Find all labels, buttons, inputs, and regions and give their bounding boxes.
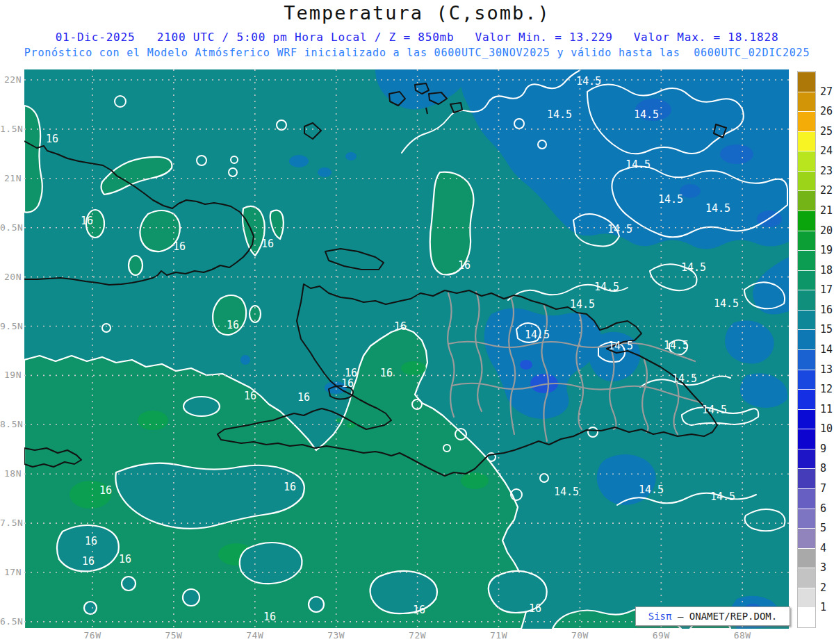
y-axis-tick-label: 21N [0, 173, 22, 183]
x-axis-tick-label: 75W [154, 630, 193, 641]
colorbar-cell [798, 607, 815, 627]
contour-label-14-5: 14.5 [626, 158, 651, 171]
branding-sis: Sis [648, 611, 666, 622]
colorbar-cell [798, 270, 815, 290]
colorbar-tick-label: 25 [820, 125, 834, 138]
contour-label-16: 16 [46, 133, 58, 145]
x-axis-tick-label: 73W [317, 630, 356, 641]
branding-badge: Sisπ – ONAMET/REP.DOM. [635, 606, 790, 626]
colorbar-cell [798, 151, 815, 171]
pi-icon: π [666, 611, 671, 622]
colorbar-cell [798, 190, 815, 210]
contour-label-16: 16 [413, 604, 425, 616]
y-axis-tick-label: 18N [0, 468, 22, 479]
contour-label-16: 16 [263, 611, 276, 623]
colorbar-cell [798, 131, 815, 151]
colorbar-tick-label: 7 [820, 482, 834, 495]
colorbar-cell [798, 72, 815, 92]
colorbar-tick-label: 10 [820, 422, 834, 435]
colorbar-cell [798, 171, 815, 191]
contour-label-14-5: 14.5 [714, 297, 739, 310]
weather-map-page: Temperatura (C,somb.) 01-Dic-2025 2100 U… [0, 0, 834, 644]
y-axis-tick-label: 9.5N [0, 321, 22, 331]
colorbar-tick-label: 22 [820, 184, 834, 197]
subtitle-forecast-info: Pronóstico con el Modelo Atmósferico WRF… [0, 47, 834, 59]
contour-label-14-5: 14.5 [554, 486, 579, 498]
contour-label-16: 16 [81, 215, 93, 227]
colorbar-cell [798, 528, 815, 548]
subtitle-segment: 01-Dic-2025 2100 UTC / 5:00 pm Hora Loca… [56, 31, 455, 44]
colorbar-tick-label: 27 [820, 85, 834, 98]
colorbar-tick-label: 17 [820, 283, 834, 296]
contour-label-14-5: 14.5 [608, 340, 633, 352]
contour-label-14-5: 14.5 [705, 202, 730, 215]
colorbar-tick-label: 21 [820, 204, 834, 217]
colorbar-cell [798, 329, 815, 349]
contour-label-14-5: 14.5 [570, 298, 595, 311]
branding-org: – ONAMET/REP.DOM. [672, 611, 778, 622]
contour-label-16: 16 [529, 602, 541, 615]
contour-label-16: 16 [173, 240, 186, 253]
contour-label-16: 16 [394, 320, 407, 333]
contour-label-16: 16 [82, 555, 95, 568]
colorbar-cell [798, 429, 815, 449]
colorbar-tick-label: 6 [820, 502, 834, 515]
colorbar-cell [798, 449, 815, 469]
x-axis-tick-label: 74W [236, 630, 275, 641]
colorbar-tick-label: 15 [820, 323, 834, 336]
y-axis-tick-label: 22N [0, 74, 22, 85]
colorbar-cell [798, 548, 815, 568]
colorbar-tick-label: 5 [820, 522, 834, 534]
colorbar-tick-label: 9 [820, 443, 834, 455]
colorbar-tick-label: 8 [820, 462, 834, 474]
colorbar-cell [798, 370, 815, 390]
y-axis-tick-label: 19N [0, 370, 22, 380]
contour-label-14-5: 14.5 [664, 339, 689, 352]
colorbar-cell [798, 409, 815, 429]
colorbar-tick-label: 16 [820, 304, 834, 316]
contour-label-14-5: 14.5 [681, 261, 706, 274]
y-axis-tick-label: 8.5N [0, 419, 22, 429]
contour-label-16: 16 [119, 553, 131, 565]
colorbar-tick-label: 18 [820, 264, 834, 276]
colorbar-cell [798, 509, 815, 529]
colorbar-tick-label: 12 [820, 383, 834, 395]
colorbar-tick-label: 1 [820, 601, 834, 613]
colorbar-cell [798, 310, 815, 330]
x-axis-tick-label: 76W [73, 630, 112, 641]
contour-label-16: 16 [85, 535, 97, 547]
colorbar-tick-label: 26 [820, 105, 834, 117]
temperature-map: 1616161616161616161616161616161616161616… [24, 69, 789, 629]
contour-label-14-5: 14.5 [547, 108, 572, 121]
y-axis-tick-label: 6.5N [0, 616, 22, 627]
colorbar-cell [798, 488, 815, 509]
colorbar-tick-label: 14 [820, 343, 834, 356]
x-axis-tick-label: 71W [480, 630, 518, 641]
colorbar-tick-label: 4 [820, 542, 834, 554]
colorbar-tick-label: 2 [820, 581, 834, 594]
contour-label-16: 16 [261, 238, 274, 250]
colorbar-cell [798, 568, 815, 588]
colorbar-tick-label: 20 [820, 224, 834, 237]
subtitle-segment: Valor Min. = 13.229 [475, 31, 612, 44]
colorbar-cell [798, 111, 815, 131]
contour-label-14-5: 14.5 [525, 329, 550, 341]
colorbar-cell [798, 588, 815, 608]
colorbar-cell [798, 349, 815, 370]
colorbar-tick-label: 19 [820, 244, 834, 256]
contour-label-16: 16 [341, 377, 354, 390]
colorbar-cell [798, 210, 815, 231]
subtitle-segment: Valor Max. = 18.1828 [634, 31, 779, 44]
contour-label-14-5: 14.5 [702, 404, 727, 416]
colorbar-cell [798, 92, 815, 112]
y-axis-tick-label: 7.5N [0, 518, 22, 528]
contour-label-16: 16 [284, 481, 296, 493]
colorbar-tick-label: 23 [820, 165, 834, 177]
contour-label-14-5: 14.5 [634, 108, 659, 121]
colorbar-tick-label: 24 [820, 145, 834, 157]
colorbar-tick-label: 11 [820, 403, 834, 415]
colorbar [798, 72, 815, 627]
x-axis-tick-label: 68W [723, 630, 762, 641]
y-axis-tick-label: 20N [0, 272, 22, 282]
contour-label-14-5: 14.5 [607, 223, 632, 236]
